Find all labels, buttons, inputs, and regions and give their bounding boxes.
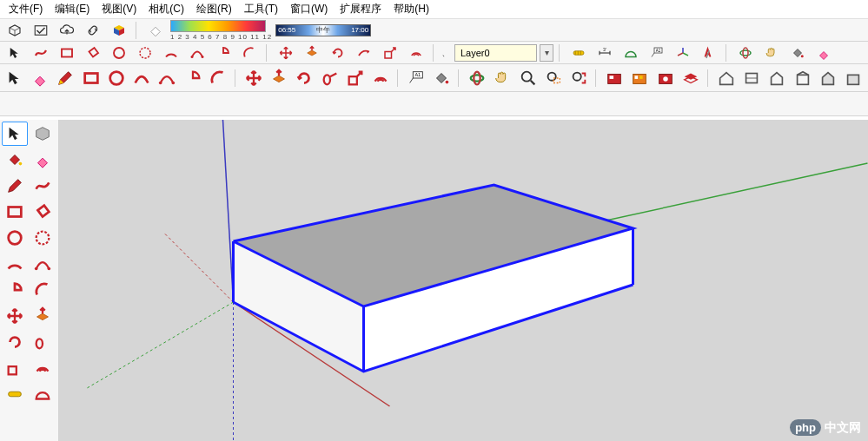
component-edit-icon[interactable] — [30, 122, 56, 146]
zoom-icon[interactable] — [517, 66, 539, 90]
rotate-red-icon[interactable] — [327, 43, 349, 63]
scale-red-icon[interactable] — [379, 43, 401, 63]
select-arrow-icon[interactable] — [2, 122, 28, 146]
polygon-dash-icon[interactable] — [134, 43, 156, 63]
menu-extensions[interactable]: 扩展程序 — [336, 0, 385, 18]
two-point-arc-big-icon[interactable] — [156, 66, 178, 90]
model-info-icon[interactable] — [3, 21, 26, 40]
follow-me-icon[interactable] — [30, 330, 56, 354]
rotated-rect-icon[interactable] — [82, 43, 104, 63]
freehand-red-icon[interactable] — [30, 43, 52, 63]
select-arrow-icon[interactable] — [3, 43, 26, 63]
time-of-day-bar[interactable]: 06:55 中午 17:00 — [275, 24, 371, 36]
materials-icon[interactable] — [629, 66, 651, 90]
house-front-icon[interactable] — [766, 66, 788, 90]
rotate-big-icon[interactable] — [294, 66, 315, 90]
components-icon[interactable] — [604, 66, 626, 90]
cloud-upload-icon[interactable] — [56, 21, 78, 40]
protractor-icon[interactable] — [30, 382, 56, 406]
follow-me-big-icon[interactable] — [319, 66, 341, 90]
scale-big-icon[interactable] — [344, 66, 366, 90]
dimension-icon[interactable]: 3' — [593, 43, 616, 63]
arc3-icon[interactable] — [30, 278, 56, 302]
month-gradient[interactable] — [170, 20, 266, 32]
protractor-icon[interactable] — [620, 43, 642, 63]
scale-red-icon[interactable] — [2, 356, 28, 380]
text-label-big-icon[interactable]: A1 — [405, 66, 427, 90]
menu-draw[interactable]: 绘图(R) — [193, 0, 235, 18]
move-big-icon[interactable] — [242, 66, 264, 90]
paint-bucket-big-icon[interactable] — [431, 66, 453, 90]
layer-select[interactable]: Layer0 — [454, 44, 537, 62]
follow-me-icon[interactable] — [353, 43, 375, 63]
arc-red-icon[interactable] — [2, 252, 28, 276]
pie-arc-icon[interactable] — [212, 43, 235, 63]
select-arrow-icon[interactable] — [3, 66, 25, 90]
menu-help[interactable]: 帮助(H) — [390, 0, 433, 18]
house-right-icon[interactable] — [792, 66, 813, 90]
eraser-pink-icon[interactable] — [812, 43, 835, 63]
pencil-red-icon[interactable] — [2, 174, 28, 198]
layer-dropdown-button[interactable]: ▾ — [540, 44, 553, 62]
circle-red-icon[interactable] — [108, 43, 130, 63]
offset-big-icon[interactable] — [370, 66, 392, 90]
menu-view[interactable]: 视图(V) — [98, 0, 140, 18]
rotated-rect-icon[interactable] — [30, 200, 56, 224]
orbit-big-icon[interactable] — [467, 66, 488, 90]
circle-big-icon[interactable] — [105, 66, 127, 90]
check-icon[interactable] — [30, 21, 52, 40]
move-red-icon[interactable] — [275, 43, 297, 63]
paint-bucket-icon[interactable] — [2, 148, 28, 172]
pencil-red-icon[interactable] — [55, 66, 76, 90]
axes-icon[interactable] — [672, 43, 694, 63]
circle-red-icon[interactable] — [2, 226, 28, 250]
tape-measure-icon[interactable] — [567, 43, 590, 63]
orbit-green-icon[interactable] — [734, 43, 757, 63]
push-pull-icon[interactable] — [30, 304, 56, 328]
offset-red-icon[interactable] — [30, 356, 56, 380]
arc-tool-icon[interactable] — [238, 43, 261, 63]
polygon-dash-icon[interactable] — [30, 226, 56, 250]
link-icon[interactable] — [82, 21, 104, 40]
3d-viewport[interactable]: php 中文网 — [59, 120, 868, 441]
eraser-pink-icon[interactable] — [30, 148, 56, 172]
menu-window[interactable]: 窗口(W) — [287, 0, 331, 18]
tape-measure-icon[interactable] — [2, 382, 28, 406]
pie-arc-icon[interactable] — [2, 278, 28, 302]
push-pull-icon[interactable] — [301, 43, 323, 63]
menu-file[interactable]: 文件(F) — [5, 0, 46, 18]
rotate-red-icon[interactable] — [2, 330, 28, 354]
menu-tools[interactable]: 工具(T) — [241, 0, 282, 18]
3d-text-icon[interactable] — [698, 43, 720, 63]
arc3-big-icon[interactable] — [207, 66, 229, 90]
house-back-icon[interactable] — [817, 66, 838, 90]
pan-big-icon[interactable] — [492, 66, 514, 90]
text-label-icon[interactable]: A1 — [646, 43, 668, 63]
house-top-icon[interactable] — [741, 66, 763, 90]
two-point-arc-icon[interactable] — [186, 43, 209, 63]
house-left-icon[interactable] — [843, 66, 865, 90]
styles-icon[interactable] — [654, 66, 676, 90]
eraser-white-icon[interactable] — [144, 21, 167, 40]
eraser-pink-icon[interactable] — [29, 66, 50, 90]
move-red-icon[interactable] — [2, 304, 28, 328]
rectangle-red-icon[interactable] — [2, 200, 28, 224]
two-point-arc-icon[interactable] — [30, 252, 56, 276]
arc-red-icon[interactable] — [160, 43, 182, 63]
pie-arc-big-icon[interactable] — [182, 66, 203, 90]
menu-camera[interactable]: 相机(C) — [145, 0, 188, 18]
rectangle-red-icon[interactable] — [56, 43, 78, 63]
pan-hand-icon[interactable] — [760, 43, 783, 63]
push-pull-big-icon[interactable] — [268, 66, 289, 90]
arc-big-icon[interactable] — [130, 66, 152, 90]
rectangle-big-icon[interactable] — [80, 66, 102, 90]
zoom-extents-icon[interactable] — [568, 66, 590, 90]
cube-color-icon[interactable] — [108, 21, 130, 40]
house-iso-icon[interactable] — [715, 66, 737, 90]
menu-edit[interactable]: 编辑(E) — [51, 0, 93, 18]
layers-icon[interactable] — [679, 66, 701, 90]
offset-red-icon[interactable] — [405, 43, 427, 63]
zoom-window-icon[interactable] — [542, 66, 564, 90]
paint-bucket-icon[interactable] — [786, 43, 809, 63]
freehand-red-icon[interactable] — [30, 174, 56, 198]
